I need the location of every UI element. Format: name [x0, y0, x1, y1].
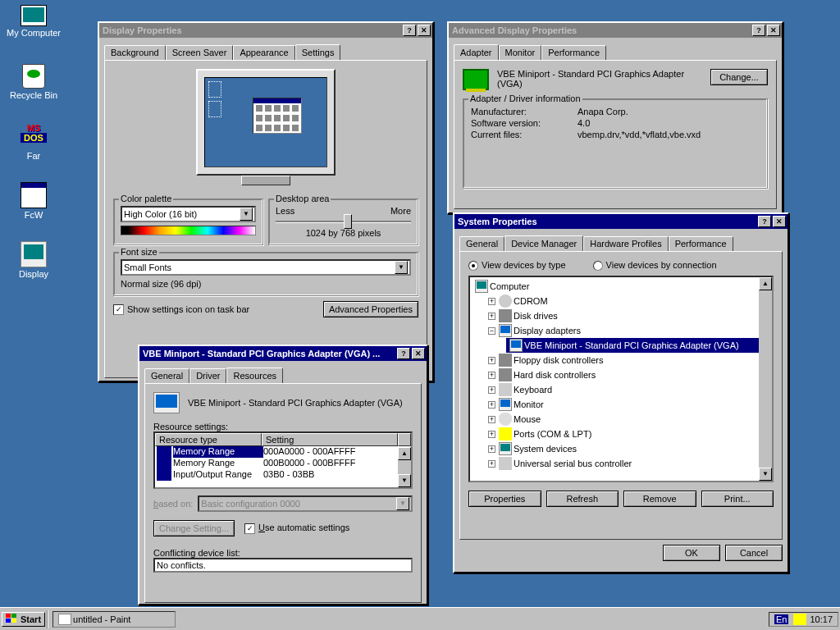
window-title: Display Properties — [101, 25, 401, 35]
tab-general[interactable]: General — [459, 236, 504, 252]
files-value: vbemp.drv,*vdd,*vflatd,vbe.vxd — [577, 129, 760, 140]
help-button[interactable]: ? — [758, 216, 771, 227]
taskbar: Start untitled - Paint En 10:17 — [0, 607, 840, 630]
tab-appearance[interactable]: Appearance — [233, 45, 294, 61]
display-properties-window: Display Properties ? ✕ Background Screen… — [98, 21, 434, 382]
tree-node: +Universal serial bus controller — [485, 456, 770, 471]
properties-button[interactable]: Properties — [468, 491, 541, 507]
taskbar-item-paint[interactable]: untitled - Paint — [52, 611, 176, 628]
refresh-button[interactable]: Refresh — [546, 491, 619, 507]
monitor-icon — [153, 392, 180, 413]
tab-resources[interactable]: Resources — [226, 368, 283, 383]
tree-node: +Disk drives — [485, 308, 770, 323]
tab-monitor[interactable]: Monitor — [499, 45, 542, 61]
tab-background[interactable]: Background — [104, 45, 166, 61]
window-title: VBE Miniport - Standard PCI Graphics Ada… — [141, 349, 395, 358]
tree-node: +CDROM — [485, 294, 770, 308]
tab-settings[interactable]: Settings — [295, 44, 341, 60]
desktop-icon-label: Display — [5, 269, 62, 279]
scrollbar[interactable]: ▲▼ — [759, 277, 772, 481]
conflict-list: No conflicts. — [153, 558, 413, 573]
desktop-icon-label: Far — [5, 151, 62, 161]
tab-device-manager[interactable]: Device Manager — [504, 235, 583, 251]
close-button[interactable]: ✕ — [767, 25, 780, 36]
change-setting-button: Change Setting... — [153, 520, 235, 536]
font-size-dropdown[interactable]: Small Fonts▼ — [121, 259, 411, 276]
tree-node: +Floppy disk controllers — [485, 353, 770, 368]
view-by-type-radio[interactable]: View devices by type — [468, 260, 566, 270]
titlebar[interactable]: System Properties ? ✕ — [454, 214, 788, 229]
help-button[interactable]: ? — [752, 25, 765, 36]
cancel-button[interactable]: Cancel — [725, 545, 783, 561]
desktop-icon-fcw[interactable]: FcW — [5, 182, 62, 220]
window-title: System Properties — [456, 217, 756, 226]
tab-adapter[interactable]: Adapter — [454, 44, 499, 60]
scrollbar[interactable]: ▲▼ — [398, 447, 411, 487]
desktop-icon-label: My Computer — [5, 28, 62, 38]
desktop-icon-my-computer[interactable]: My Computer — [5, 5, 62, 38]
tab-performance[interactable]: Performance — [541, 45, 606, 61]
ok-button[interactable]: OK — [663, 545, 720, 561]
windows-logo-icon — [6, 614, 19, 625]
color-spectrum — [121, 226, 256, 235]
tree-node: +Ports (COM & LPT) — [485, 427, 770, 441]
change-button[interactable]: Change... — [710, 69, 768, 85]
tree-node: +Hard disk controllers — [485, 368, 770, 382]
tree-node: +System devices — [485, 441, 770, 456]
advanced-display-properties-window: Advanced Display Properties ? ✕ Adapter … — [447, 21, 783, 214]
desktop-icon-display[interactable]: Display — [5, 241, 62, 279]
start-button[interactable]: Start — [2, 612, 45, 627]
tab-screensaver[interactable]: Screen Saver — [166, 45, 234, 61]
tree-selected-item[interactable]: VBE Miniport - Standard PCI Graphics Ada… — [506, 338, 770, 353]
titlebar[interactable]: VBE Miniport - Standard PCI Graphics Ada… — [139, 346, 427, 361]
manufacturer-value: Anapa Corp. — [577, 106, 760, 117]
close-button[interactable]: ✕ — [418, 25, 431, 36]
setting-based-on-label: based on: — [153, 499, 193, 509]
tab-performance[interactable]: Performance — [669, 236, 733, 252]
help-button[interactable]: ? — [403, 25, 416, 36]
tab-driver[interactable]: Driver — [189, 368, 226, 384]
system-properties-window: System Properties ? ✕ General Device Man… — [453, 212, 789, 573]
tree-root: Computer — [472, 279, 770, 294]
color-palette-label: Color palette — [119, 194, 173, 203]
desktop-icon-far[interactable]: MSDOS Far — [5, 123, 62, 161]
show-settings-checkbox[interactable]: ✓ — [113, 304, 124, 315]
language-indicator[interactable]: En — [774, 614, 788, 624]
tree-node: +Mouse — [485, 412, 770, 427]
resource-settings-label: Resource settings: — [153, 422, 413, 431]
titlebar[interactable]: Advanced Display Properties ? ✕ — [449, 23, 782, 38]
resource-list[interactable]: Resource type Setting Memory Range000A00… — [153, 431, 413, 489]
tree-node: +Monitor — [485, 397, 770, 412]
titlebar[interactable]: Display Properties ? ✕ — [99, 23, 432, 38]
desktop-area-label: Desktop area — [274, 194, 331, 203]
adapter-name: VBE Miniport - Standard PCI Graphics Ada… — [497, 69, 704, 89]
resolution-slider[interactable] — [276, 221, 411, 223]
monitor-preview — [192, 69, 340, 192]
based-on-dropdown: Basic configuration 0000▼ — [198, 495, 413, 512]
vbe-properties-window: VBE Miniport - Standard PCI Graphics Ada… — [138, 345, 428, 605]
clock[interactable]: 10:17 — [810, 614, 833, 624]
version-value: 4.0 — [577, 117, 760, 129]
desktop-icon-label: Recycle Bin — [5, 90, 62, 100]
tree-node: +Keyboard — [485, 382, 770, 397]
close-button[interactable]: ✕ — [412, 348, 425, 359]
help-button[interactable]: ? — [397, 348, 410, 359]
tab-general[interactable]: General — [144, 368, 189, 384]
tray-icon[interactable] — [793, 614, 806, 625]
auto-settings-checkbox[interactable]: ✓Use automatic settings — [244, 523, 349, 534]
advanced-properties-button[interactable]: Advanced Properties — [323, 301, 418, 317]
device-name: VBE Miniport - Standard PCI Graphics Ada… — [188, 398, 403, 408]
remove-button[interactable]: Remove — [623, 491, 696, 507]
system-tray[interactable]: En 10:17 — [769, 612, 838, 627]
device-tree[interactable]: Computer +CDROM +Disk drives −Display ad… — [468, 276, 774, 482]
tree-node: −Display adapters — [485, 323, 770, 338]
desktop-icon-recycle-bin[interactable]: Recycle Bin — [5, 64, 62, 100]
desktop-icon-label: FcW — [5, 210, 62, 220]
resolution-text: 1024 by 768 pixels — [276, 228, 411, 238]
print-button[interactable]: Print... — [701, 491, 774, 507]
tab-hardware-profiles[interactable]: Hardware Profiles — [583, 236, 668, 252]
adapter-icon — [463, 69, 489, 90]
view-by-connection-radio[interactable]: View devices by connection — [593, 260, 717, 270]
color-palette-dropdown[interactable]: High Color (16 bit)▼ — [121, 206, 256, 222]
close-button[interactable]: ✕ — [773, 216, 786, 227]
